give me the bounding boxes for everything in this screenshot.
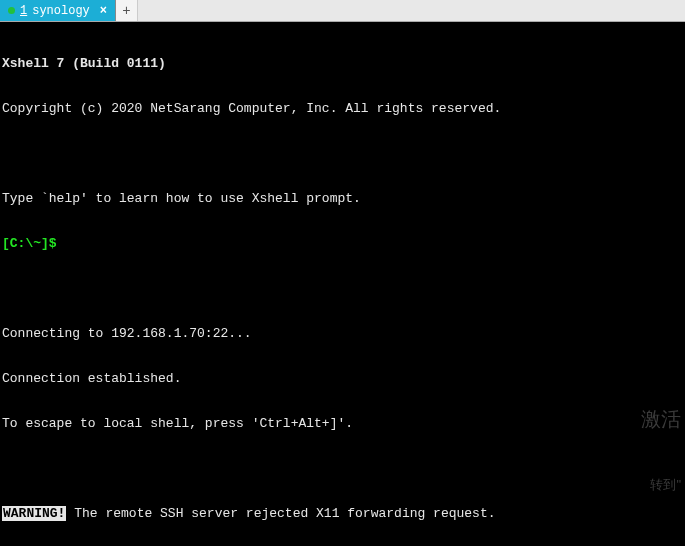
terminal-output[interactable]: Xshell 7 (Build 0111) Copyright (c) 2020… (0, 22, 685, 546)
blank-line (2, 461, 683, 476)
blank-line (2, 281, 683, 296)
new-tab-button[interactable]: + (116, 0, 138, 21)
copyright-line: Copyright (c) 2020 NetSarang Computer, I… (2, 101, 683, 116)
warning-text: The remote SSH server rejected X11 forwa… (66, 506, 495, 521)
local-prompt-text: [C:\~]$ (2, 236, 57, 251)
escape-hint: To escape to local shell, press 'Ctrl+Al… (2, 416, 683, 431)
warning-badge: WARNING! (2, 506, 66, 521)
watermark-line2: 转到" (641, 474, 681, 496)
warning-line: WARNING! The remote SSH server rejected … (2, 506, 683, 521)
tab-synology[interactable]: 1 synology × (0, 0, 116, 21)
established-line: Connection established. (2, 371, 683, 386)
close-icon[interactable]: × (100, 4, 107, 18)
tab-bar: 1 synology × + (0, 0, 685, 22)
local-prompt: [C:\~]$ (2, 236, 683, 251)
status-dot-icon (8, 7, 15, 14)
tab-index: 1 (20, 4, 27, 18)
tab-title: synology (32, 4, 90, 18)
help-hint: Type `help' to learn how to use Xshell p… (2, 191, 683, 206)
connecting-line: Connecting to 192.168.1.70:22... (2, 326, 683, 341)
plus-icon: + (122, 3, 130, 19)
blank-line (2, 146, 683, 161)
banner-title: Xshell 7 (Build 0111) (2, 56, 683, 71)
